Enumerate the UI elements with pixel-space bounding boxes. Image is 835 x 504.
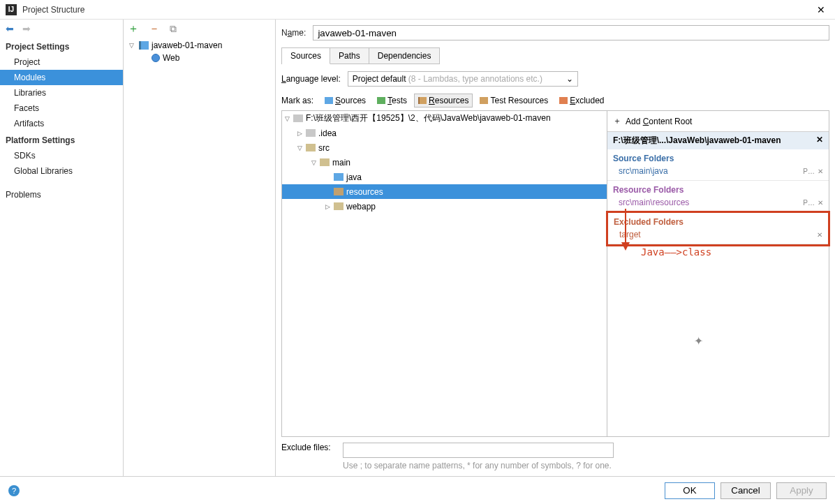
platform-settings-header: Platform Settings [0, 131, 123, 148]
exclude-files-input[interactable] [343, 443, 614, 458]
lang-level-select[interactable]: Project default (8 - Lambdas, type annot… [348, 71, 578, 87]
content-root-path[interactable]: F:\班级管理\...\JavaWeb\javaweb-01-maven ✕ [607, 132, 829, 149]
help-icon[interactable]: ? [8, 485, 20, 496]
sidebar-item-global-libraries[interactable]: Global Libraries [0, 163, 123, 179]
tab-paths[interactable]: Paths [330, 48, 369, 64]
nav-arrows: ⬅ ➡ [0, 20, 123, 38]
mark-as-row: Mark as: Sources Tests Resources Test Re… [281, 94, 829, 108]
back-icon[interactable]: ⬅ [6, 23, 14, 34]
exclude-hint: Use ; to separate name patterns, * for a… [343, 458, 614, 470]
module-name-input[interactable] [313, 25, 829, 40]
annotation-text: Java——>class [641, 246, 711, 258]
folder-icon [306, 129, 316, 137]
sidebar-item-libraries[interactable]: Libraries [0, 85, 123, 101]
content-roots-panel: ＋ Add Content Root F:\班级管理\...\JavaWeb\j… [607, 110, 829, 437]
lang-level-label: Language level: [281, 74, 341, 84]
mark-resources[interactable]: Resources [414, 94, 473, 108]
chevron-down-icon: ▽ [283, 115, 290, 122]
titlebar: IJ Project Structure ✕ [0, 0, 835, 20]
add-module-icon[interactable]: ＋ [128, 23, 139, 34]
source-tree[interactable]: ▽ F:\班级管理\西开【19525】\2、代码\JavaWeb\javaweb… [281, 110, 607, 437]
add-content-root[interactable]: ＋ Add Content Root [607, 111, 829, 132]
module-toolbar: ＋ － ⧉ [124, 20, 275, 38]
folder-icon [306, 144, 316, 151]
chevron-down-icon: ▽ [310, 159, 317, 166]
tab-sources[interactable]: Sources [282, 48, 330, 64]
excluded-folder-item[interactable]: target ✕ [608, 228, 828, 244]
window-title: Project Structure [22, 5, 813, 15]
project-settings-header: Project Settings [0, 38, 123, 54]
svg-marker-1 [621, 242, 630, 251]
module-node[interactable]: ▽ javaweb-01-maven [126, 39, 272, 52]
plus-icon: ＋ [613, 115, 621, 127]
tree-node-resources[interactable]: resources [282, 184, 607, 199]
tree-node-java[interactable]: java [282, 170, 607, 184]
sidebar-item-sdks[interactable]: SDKs [0, 148, 123, 163]
cancel-button[interactable]: Cancel [721, 482, 771, 499]
resource-folder-item[interactable]: src\main\resources P…✕ [607, 196, 829, 212]
resource-folder-icon [334, 188, 343, 195]
mark-as-label: Mark as: [281, 96, 313, 105]
source-folders-header: Source Folders [607, 149, 829, 165]
folder-icon [320, 158, 330, 166]
module-form: Name: Sources Paths Dependencies Languag… [276, 20, 835, 476]
name-label: Name: [281, 28, 306, 38]
remove-icon[interactable]: ✕ [818, 199, 823, 207]
tree-node-webapp[interactable]: ▷ webapp [282, 199, 607, 214]
tree-node-main[interactable]: ▽ main [282, 155, 607, 170]
app-logo-icon: IJ [6, 4, 17, 15]
sidebar-item-modules[interactable]: Modules [0, 70, 123, 85]
chevron-right-icon: ▷ [296, 130, 303, 137]
exclude-files-row: Exclude files: Use ; to separate name pa… [281, 437, 829, 476]
tab-dependencies[interactable]: Dependencies [369, 48, 440, 64]
sidebar-item-facets[interactable]: Facets [0, 101, 123, 116]
annotation-arrow-icon [619, 209, 633, 253]
folder-icon [293, 114, 303, 122]
close-icon[interactable]: ✕ [813, 3, 829, 17]
tree-node-idea[interactable]: ▷ .idea [282, 126, 607, 140]
mark-test-resources[interactable]: Test Resources [475, 94, 552, 108]
copy-module-icon[interactable]: ⧉ [170, 24, 177, 34]
source-folder-icon [334, 173, 343, 181]
source-folder-item[interactable]: src\main\java P…✕ [607, 165, 829, 181]
module-tabs: Sources Paths Dependencies [281, 47, 440, 64]
tree-node-src[interactable]: ▽ src [282, 140, 607, 155]
dialog-buttons: ? OK Cancel Apply [0, 476, 835, 504]
apply-button[interactable]: Apply [776, 482, 827, 499]
chevron-down-icon: ▽ [296, 144, 303, 151]
settings-sidebar: ⬅ ➡ Project Settings Project Modules Lib… [0, 20, 124, 476]
chevron-right-icon: ▷ [324, 203, 331, 210]
sidebar-item-project[interactable]: Project [0, 54, 123, 70]
facet-label: Web [163, 53, 179, 63]
mark-sources[interactable]: Sources [320, 94, 370, 108]
properties-icon[interactable]: P… [803, 199, 815, 207]
sidebar-item-artifacts[interactable]: Artifacts [0, 116, 123, 131]
ok-button[interactable]: OK [665, 482, 715, 499]
module-label: javaweb-01-maven [152, 40, 222, 50]
tree-root[interactable]: ▽ F:\班级管理\西开【19525】\2、代码\JavaWeb\javaweb… [282, 111, 607, 126]
remove-module-icon[interactable]: － [149, 23, 160, 34]
cursor-icon: ✦ [694, 334, 703, 348]
excluded-annotation-box: Excluded Folders target ✕ [606, 211, 830, 246]
chevron-down-icon: ⌄ [566, 74, 573, 84]
forward-icon[interactable]: ➡ [22, 23, 31, 34]
sidebar-item-problems[interactable]: Problems [0, 187, 123, 202]
remove-root-icon[interactable]: ✕ [816, 135, 823, 147]
exclude-files-label: Exclude files: [281, 443, 336, 452]
mark-excluded[interactable]: Excluded [555, 94, 608, 108]
web-facet-icon [152, 54, 160, 62]
remove-icon[interactable]: ✕ [818, 168, 823, 175]
excluded-folders-header: Excluded Folders [608, 213, 828, 228]
module-icon [139, 41, 149, 50]
module-list-panel: ＋ － ⧉ ▽ javaweb-01-maven Web [124, 20, 276, 476]
chevron-down-icon: ▽ [129, 42, 136, 49]
resource-folders-header: Resource Folders [607, 181, 829, 196]
mark-tests[interactable]: Tests [373, 94, 411, 108]
facet-node[interactable]: Web [126, 52, 272, 64]
folder-icon [334, 202, 343, 210]
properties-icon[interactable]: P… [803, 168, 815, 175]
remove-icon[interactable]: ✕ [817, 231, 822, 239]
